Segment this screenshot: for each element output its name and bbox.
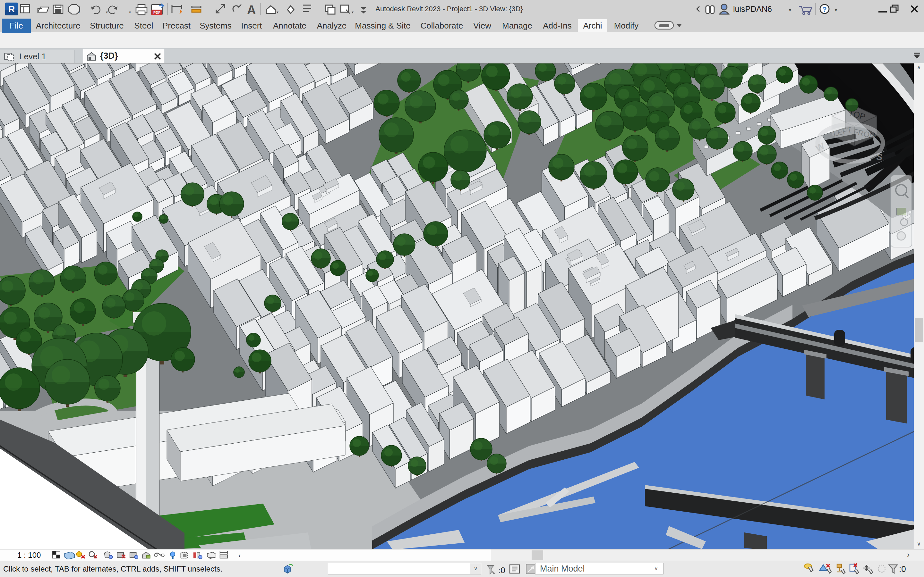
- svg-text:A: A: [247, 3, 256, 17]
- svg-text:luisPDAN6: luisPDAN6: [733, 5, 772, 13]
- svg-text::0: :0: [498, 566, 505, 575]
- svg-text:▾: ▾: [276, 10, 278, 15]
- svg-text:▼: ▼: [788, 7, 792, 13]
- svg-text:▾: ▾: [106, 10, 108, 15]
- svg-text:‹: ‹: [238, 552, 241, 559]
- svg-text:▾: ▾: [129, 10, 131, 15]
- svg-text:?: ?: [822, 5, 827, 13]
- svg-text:▼: ▼: [834, 7, 838, 13]
- svg-text:R: R: [8, 4, 15, 14]
- svg-text:PDF: PDF: [153, 11, 160, 15]
- svg-text::0: :0: [899, 564, 906, 574]
- svg-text:▾: ▾: [78, 10, 80, 15]
